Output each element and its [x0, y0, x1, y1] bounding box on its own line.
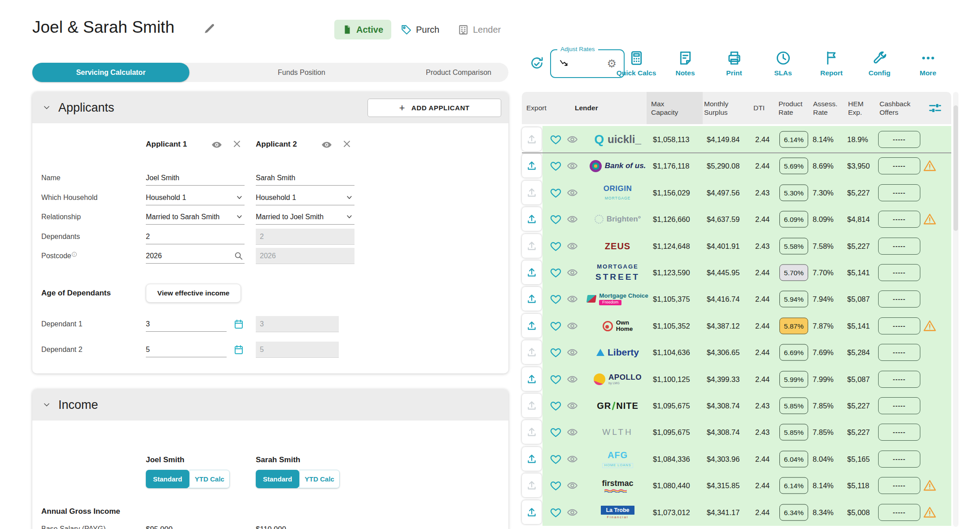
favorite-heart-icon[interactable] — [550, 373, 562, 386]
postcode-input-1[interactable]: 2026 — [146, 248, 245, 264]
dependant-2-age-input[interactable]: 5 — [146, 342, 227, 357]
favorite-heart-icon[interactable] — [550, 134, 562, 146]
config-button[interactable]: Config — [857, 50, 902, 77]
visibility-eye-icon[interactable] — [567, 374, 578, 385]
product-rate-button[interactable]: 6.69% — [779, 344, 808, 361]
col-monthly-surplus[interactable]: MonthlySurplus — [704, 100, 728, 117]
favorite-heart-icon[interactable] — [550, 240, 562, 252]
status-badge[interactable]: Active — [334, 20, 391, 39]
cashback-offers-button[interactable]: ----- — [878, 504, 920, 521]
export-button[interactable] — [522, 340, 542, 364]
col-lender[interactable]: Lender — [575, 104, 598, 112]
export-button[interactable] — [522, 287, 542, 311]
lender-type-chip[interactable]: Lender — [458, 20, 501, 39]
name-input-1[interactable]: Joel Smith — [146, 170, 245, 186]
visibility-eye-icon[interactable] — [567, 187, 578, 199]
quick-calcs-button[interactable]: Quick Calcs — [614, 50, 659, 77]
col-assess-rate[interactable]: Assess.Rate — [813, 100, 837, 117]
base-salary-value-1[interactable]: $95,000 — [146, 525, 173, 529]
visibility-eye-icon[interactable] — [567, 454, 578, 465]
favorite-heart-icon[interactable] — [550, 426, 562, 438]
view-effective-income-button[interactable]: View effective income — [146, 284, 241, 303]
cashback-offers-button[interactable]: ----- — [878, 211, 920, 228]
col-max-capacity[interactable]: MaxCapacity — [647, 92, 703, 124]
calendar-icon[interactable] — [233, 319, 244, 330]
cashback-offers-button[interactable]: ----- — [878, 317, 920, 334]
visibility-eye-icon[interactable] — [567, 214, 578, 225]
visibility-eye-icon[interactable] — [567, 134, 578, 145]
standard-toggle-on[interactable]: Standard — [256, 470, 299, 488]
cashback-offers-button[interactable]: ----- — [878, 477, 920, 494]
trend-down-icon[interactable] — [558, 58, 571, 69]
search-icon[interactable] — [234, 251, 244, 261]
tab-servicing-calculator[interactable]: Servicing Calculator — [32, 63, 189, 82]
product-rate-button[interactable]: 5.94% — [779, 291, 808, 308]
relationship-select-1[interactable]: Married to Sarah Smith — [146, 209, 245, 225]
dependant-1-age-input[interactable]: 3 — [146, 317, 227, 332]
product-rate-button[interactable]: 6.09% — [779, 211, 808, 228]
product-rate-button[interactable]: 5.30% — [779, 185, 808, 201]
add-applicant-button[interactable]: + ADD APPLICANT — [368, 99, 501, 117]
cashback-offers-button[interactable]: ----- — [878, 157, 920, 174]
favorite-heart-icon[interactable] — [550, 293, 562, 305]
print-button[interactable]: Print — [712, 50, 757, 77]
ytd-calc-toggle-off[interactable]: YTD Calc — [299, 470, 340, 488]
favorite-heart-icon[interactable] — [550, 213, 562, 225]
chevron-down-icon[interactable] — [42, 400, 51, 409]
col-hem-exp[interactable]: HEMExp. — [848, 100, 863, 117]
cashback-offers-button[interactable]: ----- — [878, 344, 920, 361]
product-rate-button[interactable]: 5.87% — [779, 318, 808, 334]
calendar-icon[interactable] — [233, 344, 244, 355]
visibility-eye-icon[interactable] — [567, 347, 578, 358]
export-button[interactable] — [522, 314, 542, 338]
cashback-offers-button[interactable]: ----- — [878, 131, 920, 148]
purchase-tag-chip[interactable]: Purch — [401, 20, 439, 39]
scrollbar-thumb[interactable] — [954, 105, 958, 231]
export-button[interactable] — [522, 234, 542, 258]
product-rate-button[interactable]: 6.04% — [779, 451, 808, 468]
cashback-offers-button[interactable]: ----- — [878, 371, 920, 388]
household-select-2[interactable]: Household 1 — [256, 190, 354, 205]
base-salary-value-2[interactable]: $110,000 — [256, 525, 286, 529]
chevron-down-icon[interactable] — [42, 103, 51, 112]
visibility-eye-icon[interactable] — [567, 160, 578, 172]
favorite-heart-icon[interactable] — [550, 160, 562, 172]
edit-pencil-icon[interactable] — [203, 22, 216, 35]
report-button[interactable]: Report — [809, 50, 854, 77]
favorite-heart-icon[interactable] — [550, 480, 562, 492]
visibility-eye-icon[interactable] — [567, 241, 578, 252]
export-button[interactable] — [522, 420, 542, 444]
favorite-heart-icon[interactable] — [550, 267, 562, 279]
dependants-input-1[interactable]: 2 — [146, 229, 245, 244]
slas-button[interactable]: SLAs — [761, 50, 805, 77]
favorite-heart-icon[interactable] — [550, 320, 562, 332]
visibility-eye-icon[interactable] — [567, 480, 578, 491]
close-icon[interactable] — [232, 139, 242, 149]
cashback-offers-button[interactable]: ----- — [878, 184, 920, 201]
favorite-heart-icon[interactable] — [550, 187, 562, 199]
favorite-heart-icon[interactable] — [550, 453, 562, 465]
product-rate-button[interactable]: 6.14% — [779, 131, 808, 148]
product-rate-button[interactable]: 5.85% — [779, 424, 808, 441]
cashback-offers-button[interactable]: ----- — [878, 264, 920, 281]
product-rate-button[interactable]: 5.58% — [779, 238, 808, 255]
cashback-offers-button[interactable]: ----- — [878, 424, 920, 441]
household-select-1[interactable]: Household 1 — [146, 190, 245, 205]
product-rate-button[interactable]: 5.99% — [779, 371, 808, 388]
tab-product-comparison[interactable]: Product Comparison — [387, 63, 530, 82]
export-button[interactable] — [522, 367, 542, 391]
product-rate-button[interactable]: 5.70% — [779, 264, 808, 281]
product-rate-button[interactable]: 6.34% — [779, 504, 808, 521]
export-button[interactable] — [522, 500, 542, 524]
tab-funds-position[interactable]: Funds Position — [221, 63, 382, 82]
close-icon[interactable] — [341, 139, 352, 149]
eye-icon[interactable] — [211, 139, 223, 151]
notes-button[interactable]: Notes — [663, 50, 708, 77]
export-button[interactable] — [522, 394, 542, 417]
export-button[interactable] — [522, 207, 542, 231]
col-dti[interactable]: DTI — [753, 104, 765, 112]
favorite-heart-icon[interactable] — [550, 400, 562, 412]
visibility-eye-icon[interactable] — [567, 427, 578, 438]
visibility-eye-icon[interactable] — [567, 321, 578, 332]
col-export[interactable]: Export — [526, 104, 547, 112]
